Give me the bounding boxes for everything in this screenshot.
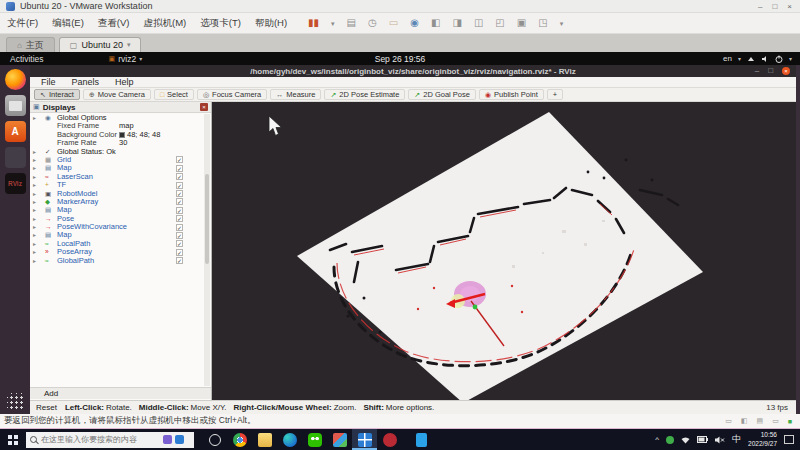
expander-icon[interactable]: ▸ [33,164,36,172]
expander-icon[interactable]: ▸ [33,181,36,189]
keyboard-layout[interactable]: en [723,54,732,63]
displays-row[interactable]: ▸→PoseWithCovariance✓ [30,223,202,231]
revert-snapshot-icon[interactable]: ▭ [389,18,398,28]
taskbar-app-cortana[interactable] [202,429,227,450]
displays-row[interactable]: ▸◉Global Options [30,114,202,122]
enabled-checkbox[interactable]: ✓ [176,165,183,172]
show-library-icon[interactable]: ◧ [431,18,440,28]
displays-row[interactable]: ▸≈GlobalPath✓ [30,257,202,265]
expander-icon[interactable]: ▸ [33,114,36,122]
taskbar-app-code[interactable] [402,429,427,450]
displays-row[interactable]: ▸◆MarkerArray✓ [30,198,202,206]
expander-icon[interactable]: ▸ [33,198,36,206]
enabled-checkbox[interactable]: ✓ [176,182,183,189]
unity-mode-icon[interactable]: ▣ [517,18,526,28]
displays-row[interactable]: ▸▤Map✓ [30,206,202,214]
rviz-menu-help[interactable]: Help [108,77,141,87]
dock-item-files[interactable] [5,95,26,116]
volume-muted-icon[interactable] [715,436,725,444]
enabled-checkbox[interactable]: ✓ [176,249,183,256]
displays-row[interactable]: ▸»PoseArray✓ [30,248,202,256]
reset-button[interactable]: Reset [30,403,65,412]
tool-2d-goal-pose[interactable]: ↗2D Goal Pose [408,89,476,100]
widgets-icon[interactable] [163,435,172,444]
expander-icon[interactable]: ▸ [33,190,36,198]
suspend-caret-icon[interactable]: ▾ [331,20,335,27]
3d-viewport[interactable] [212,102,796,400]
expander-icon[interactable]: ▸ [33,257,36,265]
add-display-button[interactable]: Add [30,389,58,398]
displays-row[interactable]: Frame Rate30 [30,139,202,147]
enabled-checkbox[interactable]: ✓ [176,215,183,222]
expander-icon[interactable]: ▸ [33,156,36,164]
tool-2d-pose-estimate[interactable]: ↗2D Pose Estimate [324,89,405,100]
dock-item-terminal[interactable] [5,147,26,168]
maximize-button[interactable]: □ [772,2,777,11]
expander-icon[interactable]: ▸ [33,173,36,181]
expander-icon[interactable]: ▸ [33,215,36,223]
search-input[interactable] [41,435,159,444]
maximize-button[interactable]: □ [768,67,773,75]
taskbar-app-chrome[interactable] [227,429,252,450]
dock-item-ubuntu-software[interactable]: A [5,121,26,142]
manage-snapshots-icon[interactable]: ◉ [410,18,419,28]
tool-move-camera[interactable]: ⊕Move Camera [83,89,151,100]
tool-measure[interactable]: ↔Measure [270,89,321,100]
activities-button[interactable]: Activities [0,54,54,64]
vmware-tab-0[interactable]: ⌂主页 [6,37,55,52]
minimize-button[interactable]: – [755,67,759,75]
battery-icon[interactable] [697,436,708,443]
displays-row[interactable]: ▸▣RobotModel✓ [30,190,202,198]
tool-select[interactable]: □Select [154,89,194,100]
expander-icon[interactable]: ▸ [33,206,36,214]
tool-interact[interactable]: ↖Interact [34,89,80,100]
tool-focus-camera[interactable]: ◎Focus Camera [197,89,267,100]
displays-row[interactable]: ▸✓Global Status: Ok [30,148,202,156]
enabled-checkbox[interactable]: ✓ [176,173,183,180]
start-button[interactable] [0,429,26,450]
displays-row[interactable]: ▸▤Map✓ [30,231,202,239]
enabled-checkbox[interactable]: ✓ [176,257,183,264]
printer-icon[interactable]: ▤ [347,18,356,28]
taskbar-app-photos[interactable] [327,429,352,450]
expander-icon[interactable]: ▸ [33,248,36,256]
rviz-menu-panels[interactable]: Panels [65,77,107,87]
enabled-checkbox[interactable]: ✓ [176,190,183,197]
displays-row[interactable]: ▸▤Map✓ [30,164,202,172]
taskbar-app-vmware-workstation[interactable] [352,429,377,450]
enabled-checkbox[interactable]: ✓ [176,207,183,214]
close-button[interactable]: × [782,67,790,75]
dock-item-firefox[interactable] [5,69,26,90]
displays-panel-header[interactable]: ▣ Displays × [30,102,211,113]
wechat-tray-icon[interactable] [666,436,674,444]
free-stretch-icon[interactable]: ◰ [495,18,504,28]
rviz-menu-file[interactable]: File [34,77,63,87]
fullscreen-caret-icon[interactable]: ▾ [560,20,564,27]
expander-icon[interactable]: ▸ [33,223,36,231]
tool--[interactable]: + [547,89,563,100]
action-center-icon[interactable] [784,435,794,444]
ime-indicator[interactable]: 中 [732,433,741,446]
vmware-menu-item-2[interactable]: 查看(V) [91,17,137,30]
dock-item-rviz[interactable]: RViz [5,173,26,194]
property-value[interactable]: 30 [119,139,127,147]
rviz-titlebar[interactable]: /home/gyh/dev_ws/install/originbot_viz/s… [30,65,796,77]
dock-item-show-applications[interactable] [7,393,24,410]
close-button[interactable]: × [787,2,792,11]
taskbar-app-music[interactable] [377,429,402,450]
ubuntu-system-tray[interactable]: en ▾ ▾ [710,54,800,63]
displays-row[interactable]: ▸▦Grid✓ [30,156,202,164]
taskbar-search[interactable] [26,432,194,448]
taskbar-clock[interactable]: 10:56 2022/9/27 [748,431,777,448]
enabled-checkbox[interactable]: ✓ [176,156,183,163]
expander-icon[interactable]: ▸ [33,148,36,156]
vmware-menu-item-0[interactable]: 文件(F) [0,17,45,30]
scrollbar-thumb[interactable] [205,174,209,264]
tool-publish-point[interactable]: ◉Publish Point [479,89,544,100]
taskbar-app-file-explorer[interactable] [252,429,277,450]
enabled-checkbox[interactable]: ✓ [176,224,183,231]
close-panel-icon[interactable]: × [200,103,208,111]
wifi-icon[interactable] [681,436,690,444]
show-thumbnail-bar-icon[interactable]: ◨ [452,18,461,28]
expander-icon[interactable]: ▸ [33,231,36,239]
